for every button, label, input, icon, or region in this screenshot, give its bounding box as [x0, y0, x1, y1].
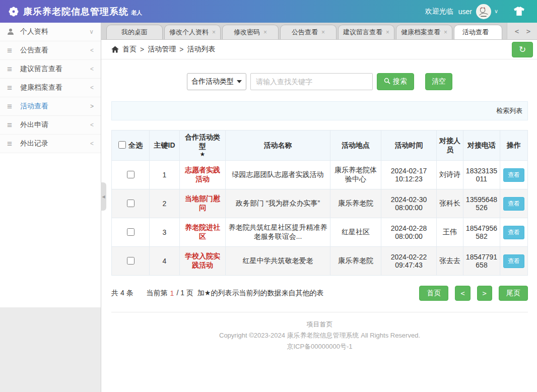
- row-checkbox[interactable]: [127, 257, 135, 265]
- select-all-checkbox[interactable]: [118, 141, 126, 149]
- chevron-left-icon: <: [90, 140, 94, 147]
- row-type: 养老院进社区: [180, 218, 226, 247]
- row-phone: 13595648526: [463, 189, 500, 218]
- welcome-text: 欢迎光临: [425, 7, 453, 16]
- row-time: 2024-02-22 09:47:43: [381, 247, 437, 276]
- row-checkbox[interactable]: [127, 228, 135, 236]
- sidebar-item-label: 健康档案查看: [20, 83, 90, 92]
- last-page-button[interactable]: 尾页: [499, 286, 528, 301]
- main-panel: 我的桌面 修改个人资料 × 修改密码 × 公告查看 × 建议留言查看 ×: [101, 23, 537, 392]
- keyword-input[interactable]: [250, 73, 373, 90]
- search-toolbar: 合作活动类型 搜索 清空: [111, 73, 528, 90]
- theme-tshirt-icon[interactable]: [513, 7, 525, 16]
- sidebar-item-health-records[interactable]: ≡ 健康档案查看 <: [0, 79, 101, 97]
- sidebar-collapse-handle[interactable]: ◀: [101, 182, 106, 211]
- sidebar-item-label: 公告查看: [20, 46, 90, 55]
- footer-icp: 京ICP备00000000号-1: [111, 341, 528, 352]
- column-header-name: 活动名称: [226, 130, 330, 161]
- tab-change-password[interactable]: 修改密码 ×: [222, 25, 279, 39]
- pagination-bar: 共 4 条 当前第 1 / 1 页 加★的列表示当前列的数据来自其他的表 首页 …: [111, 286, 528, 301]
- activity-type-link[interactable]: 学校入院实践活动: [185, 252, 220, 269]
- pagination-buttons: 首页 < > 尾页: [419, 286, 528, 301]
- tab-edit-profile[interactable]: 修改个人资料 ×: [164, 25, 221, 39]
- chevron-left-icon: <: [90, 121, 94, 128]
- select-caret-icon: [237, 80, 242, 83]
- view-button[interactable]: 查看: [503, 197, 524, 211]
- clear-button[interactable]: 清空: [425, 73, 452, 90]
- row-name: 养老院共筑红星社区提升精准养老服务联谊会...: [226, 218, 330, 247]
- tab-suggestion-view[interactable]: 建议留言查看 ×: [338, 25, 394, 39]
- sidebar-item-suggestions[interactable]: ≡ 建议留言查看 <: [0, 60, 101, 79]
- footer-copyright: Copyright ©2023-2024 康乐养老院信息管理系统 All Rig…: [111, 330, 528, 341]
- user-dropdown-caret-icon[interactable]: ∨: [494, 8, 498, 15]
- sidebar-item-outing-apply[interactable]: ≡ 外出申请 <: [0, 116, 101, 135]
- select-all-header: 全选: [112, 130, 150, 161]
- close-icon[interactable]: ×: [263, 29, 267, 36]
- first-page-button[interactable]: 首页: [419, 286, 448, 301]
- row-place: 康乐养老院体验中心: [330, 161, 381, 189]
- breadcrumb: 首页 > 活动管理 > 活动列表 ↻: [101, 40, 537, 59]
- tab-label: 公告查看: [292, 28, 318, 37]
- row-contact: 刘诗诗: [437, 161, 463, 189]
- current-page-number: 1: [170, 289, 174, 297]
- column-header-contact: 对接人员: [437, 130, 463, 161]
- menu-icon: ≡: [7, 65, 18, 74]
- total-count-text: 共 4 条: [111, 289, 133, 298]
- tab-activity-view[interactable]: 活动查看: [454, 25, 502, 39]
- footer-project-link[interactable]: 项目首页: [111, 319, 528, 330]
- tab-my-desktop[interactable]: 我的桌面: [106, 25, 163, 39]
- breadcrumb-separator: >: [179, 45, 183, 53]
- close-icon[interactable]: ×: [444, 29, 447, 36]
- row-checkbox[interactable]: [127, 171, 135, 178]
- breadcrumb-home[interactable]: 首页: [122, 45, 137, 54]
- next-page-button[interactable]: >: [477, 286, 492, 301]
- breadcrumb-activity-mgmt[interactable]: 活动管理: [148, 45, 176, 54]
- activity-type-link[interactable]: 当地部门慰问: [185, 194, 220, 212]
- sidebar-item-outing-records[interactable]: ≡ 外出记录 <: [0, 135, 101, 153]
- view-button[interactable]: 查看: [503, 226, 524, 239]
- row-time: 2024-02-17 10:12:23: [381, 161, 437, 189]
- category-select-value: 合作活动类型: [191, 77, 235, 86]
- tab-scroll-left-icon[interactable]: <: [515, 27, 519, 35]
- activity-type-link[interactable]: 志愿者实践活动: [185, 166, 220, 183]
- activity-table: 全选 主键ID 合作活动类型 ★ 活动名称 活动地点 活动时间 对接人员 对接: [111, 130, 528, 276]
- close-icon[interactable]: ×: [386, 29, 389, 36]
- user-avatar[interactable]: [476, 4, 491, 19]
- sidebar-item-activities[interactable]: ≡ 活动查看 >: [0, 97, 101, 116]
- column-header-id: 主键ID: [150, 130, 180, 161]
- chevron-left-icon: <: [90, 47, 94, 54]
- menu-icon: ≡: [7, 121, 18, 129]
- row-select-cell: [112, 189, 150, 218]
- refresh-button[interactable]: ↻: [512, 42, 533, 57]
- activity-type-link[interactable]: 养老院进社区: [185, 223, 220, 240]
- row-contact: 王伟: [437, 218, 463, 247]
- column-header-time: 活动时间: [381, 130, 437, 161]
- page-footer: 项目首页 Copyright ©2023-2024 康乐养老院信息管理系统 Al…: [111, 312, 528, 352]
- sidebar-item-notices[interactable]: ≡ 公告查看 <: [0, 41, 101, 60]
- sidebar-item-profile[interactable]: 个人资料 ∨: [0, 23, 101, 41]
- sidebar-item-label: 活动查看: [20, 102, 90, 111]
- app-window: 康乐养老院信息管理系统 老人 欢迎光临 user ∨: [0, 0, 537, 392]
- tab-notice-view[interactable]: 公告查看 ×: [280, 25, 337, 39]
- tab-scroll-right-icon[interactable]: >: [526, 27, 530, 35]
- search-button[interactable]: 搜索: [377, 73, 414, 90]
- close-icon[interactable]: ×: [212, 29, 216, 36]
- user-icon: [7, 28, 18, 35]
- tab-label: 建议留言查看: [343, 28, 382, 37]
- user-name[interactable]: user: [458, 8, 472, 16]
- sidebar-item-label: 外出申请: [20, 120, 90, 129]
- row-checkbox[interactable]: [127, 200, 135, 207]
- list-panel-header: 检索列表: [111, 101, 528, 120]
- breadcrumb-activity-list[interactable]: 活动列表: [187, 45, 215, 54]
- view-button[interactable]: 查看: [503, 254, 524, 268]
- view-button[interactable]: 查看: [503, 168, 524, 182]
- prev-page-button[interactable]: <: [455, 286, 470, 301]
- tab-health-record-view[interactable]: 健康档案查看 ×: [396, 25, 452, 39]
- close-icon[interactable]: ×: [321, 29, 325, 36]
- content-area: 合作活动类型 搜索 清空 检索列表: [101, 59, 537, 392]
- chevron-right-icon: >: [90, 103, 94, 110]
- menu-icon: ≡: [7, 140, 18, 148]
- clear-button-label: 清空: [432, 77, 446, 86]
- row-select-cell: [112, 161, 150, 189]
- category-select[interactable]: 合作活动类型: [187, 73, 246, 90]
